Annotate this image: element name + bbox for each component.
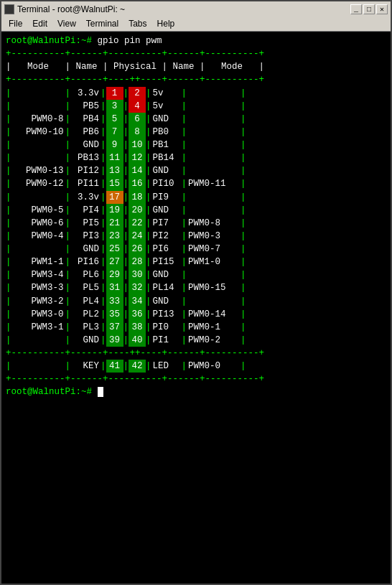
table-row: | | GND | 25 | 26 |PI6 | PWM0-7 | [6, 243, 386, 256]
pin-table: | | 3.3v | 1 | 2 |5v | || | PB5 | 3 | 4 … [6, 87, 386, 373]
table-row: | PWM0-12 | PI11 | 15 | 16 |PI10 | PWM0-… [6, 177, 386, 190]
table-row: | PWM3-1 | PL3 | 37 | 38 |PI0 | PWM0-1 | [6, 321, 386, 334]
table-row: | PWM3-4 | PL6 | 29 | 30 |GND | | [6, 268, 386, 281]
table-row: | PWM0-10 | PB6 | 7 | 8 |PB0 | | [6, 126, 386, 139]
table-row: | PWM0-8 | PB4 | 5 | 6 |GND | | [6, 113, 386, 126]
window-title: Terminal - root@WalnutPi: ~ [17, 4, 125, 14]
cursor [98, 387, 103, 397]
sep-top: +----------+------+----------+------+---… [6, 47, 386, 60]
sep-bottom: +----------+------+----------+------+---… [6, 373, 386, 385]
minimize-button[interactable]: _ [350, 4, 362, 14]
title-bar-left: Terminal - root@WalnutPi: ~ [4, 4, 125, 14]
menu-bar: File Edit View Terminal Tabs Help [1, 17, 391, 32]
table-row: | | GND | 9 | 10 |PB1 | | [6, 139, 386, 151]
table-row: | PWM3-2 | PL4 | 33 | 34 |GND | | [6, 295, 386, 308]
table-row: | | PB13 | 11 | 12 |PB14 | | [6, 151, 386, 164]
terminal-icon [4, 4, 14, 14]
menu-terminal[interactable]: Terminal [82, 19, 123, 29]
terminal-window: Terminal - root@WalnutPi: ~ _ □ ✕ File E… [0, 0, 392, 585]
table-row: | PWM3-3 | PL5 | 31 | 32 |PL14 | PWM0-15… [6, 281, 386, 294]
prompt-line: root@WalnutPi:~# gpio pin pwm [6, 34, 386, 47]
window-controls: _ □ ✕ [350, 4, 388, 14]
table-row: | | KEY | 41 | 42 |LED | PWM0-0 | [6, 360, 386, 373]
sep-header: +----------+------+----++----+------+---… [6, 73, 386, 86]
table-row: | PWM0-5 | PI4 | 19 | 20 |GND | | [6, 204, 386, 217]
table-row: | PWM0-13 | PI12 | 13 | 14 |GND | | [6, 164, 386, 177]
title-bar: Terminal - root@WalnutPi: ~ _ □ ✕ [1, 1, 391, 17]
table-row: | | GND | 39 | 40 |PI1 | PWM0-2 | [6, 334, 386, 347]
header-row: | Mode | Name | Physical | Name | Mode | [6, 60, 386, 73]
close-button[interactable]: ✕ [376, 4, 388, 14]
table-row: | PWM1-1 | PI16 | 27 | 28 |PI15 | PWM1-0… [6, 256, 386, 268]
menu-edit[interactable]: Edit [28, 19, 52, 29]
sep-mid: +----------+------+----++----+------+---… [6, 347, 386, 360]
table-row: | PWM3-0 | PL2 | 35 | 36 |PI13 | PWM0-14… [6, 308, 386, 321]
terminal-content[interactable]: root@WalnutPi:~# gpio pin pwm +---------… [1, 32, 391, 584]
table-row: | | 3.3v | 17 | 18 |PI9 | | [6, 191, 386, 204]
prompt-line-2: root@WalnutPi:~# [6, 385, 386, 398]
table-row: | | 3.3v | 1 | 2 |5v | | [6, 87, 386, 100]
table-row: | PWM0-6 | PI5 | 21 | 22 |PI7 | PWM0-8 | [6, 217, 386, 230]
table-row: | PWM0-4 | PI3 | 23 | 24 |PI2 | PWM0-3 | [6, 230, 386, 243]
menu-view[interactable]: View [53, 19, 80, 29]
menu-help[interactable]: Help [153, 19, 179, 29]
menu-file[interactable]: File [4, 19, 27, 29]
menu-tabs[interactable]: Tabs [124, 19, 151, 29]
maximize-button[interactable]: □ [363, 4, 375, 14]
table-row: | | PB5 | 3 | 4 |5v | | [6, 100, 386, 113]
